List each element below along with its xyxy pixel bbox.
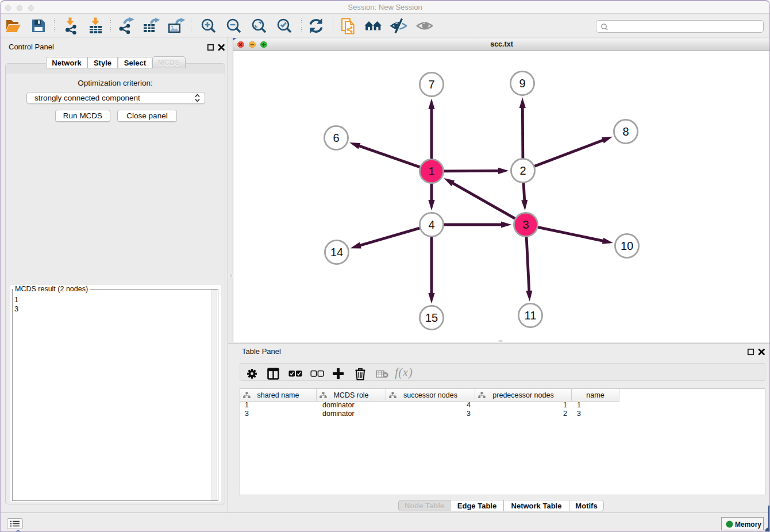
svg-text:10: 10 — [621, 240, 633, 252]
svg-text:1: 1 — [428, 165, 434, 178]
svg-text:4: 4 — [428, 218, 434, 231]
svg-text:11: 11 — [525, 309, 537, 322]
svg-text:7: 7 — [428, 78, 434, 91]
svg-text:3: 3 — [522, 218, 529, 231]
svg-text:15: 15 — [425, 311, 438, 324]
svg-text:8: 8 — [622, 125, 629, 138]
svg-text:14: 14 — [330, 246, 343, 259]
svg-text:9: 9 — [519, 77, 525, 90]
svg-text:6: 6 — [333, 132, 339, 144]
svg-text:2: 2 — [519, 164, 526, 177]
